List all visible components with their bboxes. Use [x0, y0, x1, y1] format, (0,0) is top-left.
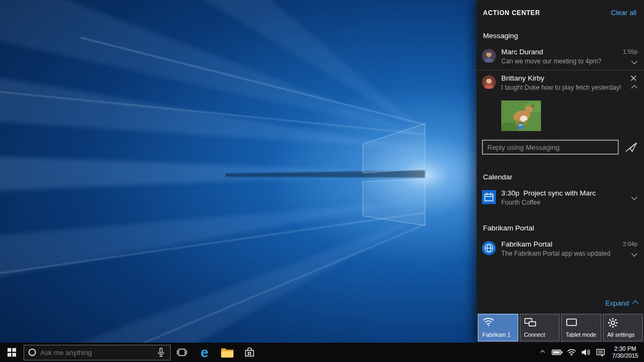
- taskbar: e: [0, 343, 644, 362]
- close-icon: [631, 75, 636, 81]
- screen: ACTION CENTER Clear all Messaging Marc D…: [0, 0, 644, 362]
- action-center-tray-button[interactable]: [593, 343, 608, 362]
- speaker-icon: [581, 349, 591, 356]
- task-view-button[interactable]: [171, 343, 193, 362]
- store-bag-icon: [245, 347, 254, 357]
- expand-quick-actions[interactable]: Expand: [605, 299, 638, 307]
- action-center-title: ACTION CENTER: [483, 9, 540, 17]
- calendar-group-header: Calendar: [483, 173, 644, 181]
- tile-label: Fabrikam 1: [482, 331, 511, 338]
- reply-row: [482, 140, 639, 155]
- event-time: 3:30p: [501, 189, 519, 197]
- calendar-icon: [482, 190, 496, 204]
- chevron-up-icon: [540, 350, 544, 354]
- notifications-icon: [596, 349, 605, 357]
- action-center-panel: ACTION CENTER Clear all Messaging Marc D…: [477, 0, 644, 343]
- fabrikam-group-header: Fabrikam Portal: [483, 224, 644, 232]
- expand-notification-button[interactable]: [631, 58, 638, 64]
- avatar-marc-durand: [482, 49, 496, 63]
- notification-sender: Brittany Kirby: [501, 74, 626, 82]
- notification-message: The Fabrikam Portal app was updated: [501, 250, 626, 257]
- collapse-notification-button[interactable]: [631, 85, 638, 91]
- send-reply-button[interactable]: [624, 141, 639, 154]
- expand-notification-button[interactable]: [631, 250, 638, 257]
- quick-action-all-settings[interactable]: All settings: [603, 314, 643, 342]
- expand-label: Expand: [605, 299, 629, 307]
- notification-fabrikam-portal[interactable]: Fabrikam Portal The Fabrikam Portal app …: [477, 236, 644, 262]
- quick-action-connect[interactable]: Connect: [519, 314, 560, 342]
- chevron-down-icon: [631, 58, 637, 64]
- taskbar-search[interactable]: [24, 345, 171, 360]
- messaging-group-header: Messaging: [483, 32, 644, 40]
- dismiss-notification-button[interactable]: [630, 74, 638, 82]
- tile-label: Tablet mode: [566, 331, 596, 338]
- system-tray: 2:30 PM 7/30/2015: [535, 343, 644, 362]
- action-center-header: ACTION CENTER Clear all: [477, 0, 644, 17]
- avatar-brittany-kirby: [482, 75, 496, 89]
- notification-message: Can we move our meeting to 4pm?: [501, 57, 626, 65]
- notification-brittany-kirby[interactable]: Brittany Kirby I taught Duke how to play…: [477, 70, 644, 96]
- edge-icon: e: [201, 345, 208, 359]
- search-input[interactable]: [40, 349, 152, 357]
- tile-label: All settings: [608, 331, 635, 338]
- volume-tray-button[interactable]: [579, 343, 593, 362]
- file-explorer-button[interactable]: [216, 343, 238, 362]
- event-line: 3:30p Project sync with Marc: [501, 189, 626, 197]
- expand-notification-button[interactable]: [631, 194, 638, 200]
- start-button[interactable]: [0, 343, 24, 362]
- show-hidden-icons-button[interactable]: [535, 343, 550, 362]
- tablet-icon: [566, 317, 577, 327]
- connect-icon: [524, 317, 536, 327]
- edge-browser-button[interactable]: e: [193, 343, 216, 362]
- event-title: Project sync with Marc: [523, 189, 596, 197]
- taskbar-clock[interactable]: 2:30 PM 7/30/2015: [608, 345, 643, 359]
- wifi-icon: [567, 349, 576, 356]
- send-icon: [625, 142, 638, 153]
- quick-action-tablet-mode[interactable]: Tablet mode: [561, 314, 602, 342]
- clear-all-link[interactable]: Clear all: [611, 9, 636, 17]
- chevron-down-icon: [631, 250, 637, 256]
- notification-time: 2:04p: [623, 241, 638, 247]
- windows-logo-icon: [8, 348, 17, 357]
- quick-actions-row: Fabrikam 1 Connect Tablet mode: [478, 314, 643, 342]
- quick-action-wifi-fabrikam1[interactable]: Fabrikam 1: [478, 314, 518, 342]
- task-view-icon: [177, 349, 187, 356]
- tile-label: Connect: [524, 331, 545, 338]
- network-tray-button[interactable]: [564, 343, 579, 362]
- store-button[interactable]: [238, 343, 261, 362]
- battery-icon: [552, 349, 562, 356]
- globe-icon: [482, 241, 496, 255]
- clock-time: 2:30 PM: [608, 345, 643, 352]
- message-attachment-dog-photo: [501, 100, 541, 131]
- notification-marc-durand[interactable]: Marc Durand Can we move our meeting to 4…: [477, 44, 644, 70]
- notification-message: I taught Duke how to play fetch yesterda…: [501, 84, 626, 91]
- chevron-down-icon: [631, 194, 637, 200]
- notification-calendar[interactable]: 3:30p Project sync with Marc Fourth Coff…: [477, 185, 644, 211]
- microphone-button[interactable]: [156, 346, 166, 358]
- chevron-up-icon: [631, 85, 637, 91]
- settings-gear-icon: [608, 317, 618, 328]
- notification-title: Fabrikam Portal: [501, 240, 626, 248]
- wifi-icon: [482, 317, 494, 327]
- reply-input[interactable]: [482, 140, 619, 155]
- notification-time: 1:55p: [623, 48, 638, 55]
- battery-tray-button[interactable]: [550, 343, 564, 362]
- folder-icon: [221, 347, 233, 358]
- event-location: Fourth Coffee: [501, 199, 626, 206]
- microphone-icon: [157, 347, 165, 357]
- cortana-icon: [28, 349, 36, 356]
- notification-sender: Marc Durand: [501, 48, 626, 56]
- clock-date: 7/30/2015: [608, 352, 643, 359]
- chevron-up-icon: [632, 300, 638, 306]
